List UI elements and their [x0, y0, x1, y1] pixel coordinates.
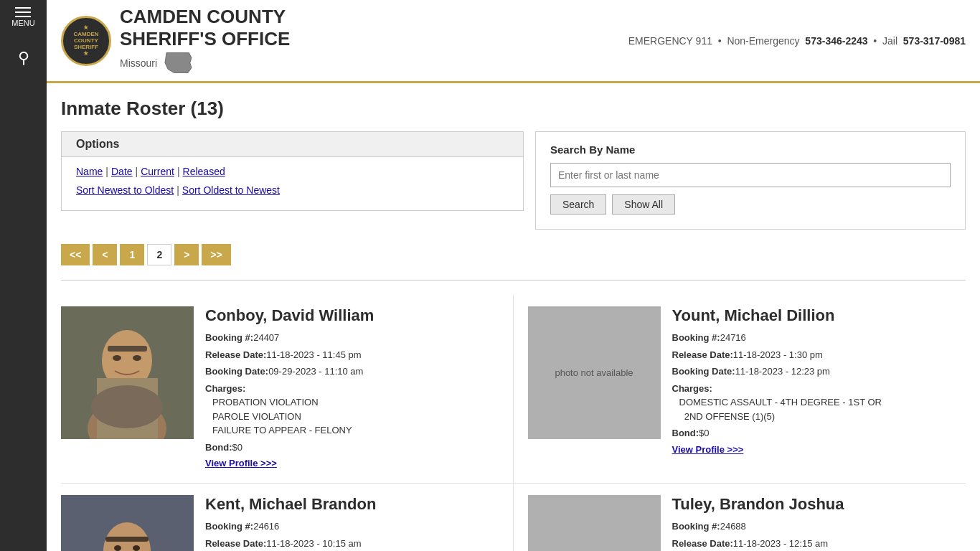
inmate-card: Conboy, David William Booking #:24407 Re…: [61, 295, 514, 484]
non-emergency-number: 573-346-2243: [805, 35, 867, 47]
inmate-name: Yount, Michael Dillion: [672, 306, 955, 325]
svg-point-5: [133, 355, 141, 361]
agency-title-area: CAMDEN COUNTY SHERIFF'S OFFICE Missouri: [120, 6, 290, 75]
svg-point-12: [114, 545, 121, 551]
svg-point-7: [91, 385, 163, 428]
main-content: Inmate Roster (13) Options Name | Date |…: [47, 83, 980, 551]
divider: [61, 280, 966, 281]
missouri-shape-icon: [163, 50, 195, 75]
logo-area: ★CAMDENCOUNTYSHERIFF★ CAMDEN COUNTY SHER…: [61, 6, 290, 75]
inmate-info: Tuley, Brandon Joshua Booking #:24688 Re…: [672, 495, 955, 551]
search-input[interactable]: [550, 163, 951, 187]
pagination: << < 1 2 > >>: [61, 244, 966, 265]
search-button[interactable]: Search: [550, 194, 606, 215]
inmate-booking-date: Booking Date:11-18-2023 - 12:23 pm: [672, 364, 955, 379]
page-next[interactable]: >: [174, 244, 199, 265]
inmate-bond: Bond:$0: [672, 426, 955, 441]
sort-newest-link[interactable]: Sort Newest to Oldest: [76, 184, 174, 196]
inmate-card: photo not available Tuley, Brandon Joshu…: [514, 484, 966, 551]
show-all-button[interactable]: Show All: [612, 194, 675, 215]
option-date-link[interactable]: Date: [111, 166, 133, 177]
sort-links: Sort Newest to Oldest | Sort Oldest to N…: [76, 184, 509, 196]
options-title: Options: [62, 132, 523, 157]
inmate-release-date: Release Date:11-18-2023 - 11:45 pm: [205, 348, 499, 362]
inmate-photo: [61, 306, 194, 439]
state-area: Missouri: [120, 50, 290, 75]
agency-badge: ★CAMDENCOUNTYSHERIFF★: [61, 16, 111, 66]
top-panel: Options Name | Date | Current | Released…: [61, 131, 966, 230]
inmate-booking-number: Booking #:24616: [205, 519, 499, 534]
inmate-card: photo not available Yount, Michael Dilli…: [514, 295, 966, 484]
options-links: Name | Date | Current | Released: [76, 166, 509, 177]
agency-title: CAMDEN COUNTY SHERIFF'S OFFICE: [120, 6, 290, 50]
option-current-link[interactable]: Current: [141, 166, 174, 177]
page-title: Inmate Roster (13): [61, 98, 966, 120]
search-by-name-title: Search By Name: [550, 143, 951, 156]
option-name-link[interactable]: Name: [76, 166, 103, 177]
state-label: Missouri: [120, 57, 157, 69]
svg-point-4: [113, 355, 121, 361]
inmate-card: Kent, Michael Brandon Booking #:24616 Re…: [61, 484, 514, 551]
inmate-booking-date: Booking Date:09-29-2023 - 11:10 am: [205, 364, 499, 379]
inmate-photo: [61, 495, 194, 551]
inmate-charges: Charges: PROBATION VIOLATION PAROLE VIOL…: [205, 382, 499, 438]
inmate-booking-number: Booking #:24716: [672, 331, 955, 345]
jail-label: Jail: [882, 35, 897, 47]
page-first[interactable]: <<: [61, 244, 90, 265]
emergency-label: EMERGENCY 911: [628, 35, 712, 47]
inmate-photo: photo not available: [528, 306, 661, 439]
jail-number: 573-317-0981: [903, 35, 966, 47]
inmate-release-date: Release Date:11-18-2023 - 1:30 pm: [672, 348, 955, 362]
inmate-name: Tuley, Brandon Joshua: [672, 495, 955, 514]
contact-area: EMERGENCY 911 • Non-Emergency 573-346-22…: [628, 35, 966, 47]
inmate-charges: Charges: DOMESTIC ASSAULT - 4TH DEGREE -…: [672, 382, 955, 424]
svg-rect-14: [105, 537, 149, 542]
view-profile-link[interactable]: View Profile >>>: [672, 444, 744, 455]
options-box: Options Name | Date | Current | Released…: [61, 131, 524, 211]
inmate-booking-number: Booking #:24688: [672, 519, 955, 534]
inmate-release-date: Release Date:11-18-2023 - 12:15 am: [672, 537, 955, 551]
hamburger-icon: [11, 7, 34, 17]
inmate-info: Kent, Michael Brandon Booking #:24616 Re…: [205, 495, 499, 551]
view-profile-link[interactable]: View Profile >>>: [205, 458, 277, 468]
inmate-booking-number: Booking #:24407: [205, 331, 499, 345]
inmate-info: Yount, Michael Dillion Booking #:24716 R…: [672, 306, 955, 468]
sidebar: MENU ⚲: [0, 0, 47, 551]
svg-rect-6: [108, 346, 147, 352]
page-prev[interactable]: <: [93, 244, 117, 265]
site-header: ★CAMDENCOUNTYSHERIFF★ CAMDEN COUNTY SHER…: [47, 0, 980, 83]
page-2[interactable]: 2: [147, 244, 171, 265]
inmate-photo: photo not available: [528, 495, 661, 551]
page-1[interactable]: 1: [120, 244, 144, 265]
menu-label: MENU: [11, 19, 34, 27]
photo-placeholder-label: photo not available: [555, 367, 633, 378]
search-button-row: Search Show All: [550, 194, 951, 215]
search-icon[interactable]: ⚲: [18, 49, 29, 67]
search-input-row: Search Show All: [550, 163, 951, 215]
page-last[interactable]: >>: [202, 244, 230, 265]
inmate-release-date: Release Date:11-18-2023 - 10:15 am: [205, 537, 499, 551]
inmates-grid: Conboy, David William Booking #:24407 Re…: [61, 295, 966, 551]
inmate-bond: Bond:$0: [205, 441, 499, 455]
mugshot-image: [61, 306, 194, 439]
non-emergency-label: Non-Emergency: [727, 35, 799, 47]
inmate-name: Kent, Michael Brandon: [205, 495, 499, 514]
search-box: Search By Name Search Show All: [535, 131, 966, 230]
menu-button[interactable]: MENU: [11, 7, 34, 27]
svg-point-13: [133, 545, 140, 551]
mugshot-image: [61, 495, 194, 551]
inmate-name: Conboy, David William: [205, 306, 499, 325]
sort-oldest-link[interactable]: Sort Oldest to Newest: [182, 184, 280, 196]
inmate-info: Conboy, David William Booking #:24407 Re…: [205, 306, 499, 468]
option-released-link[interactable]: Released: [183, 166, 225, 177]
